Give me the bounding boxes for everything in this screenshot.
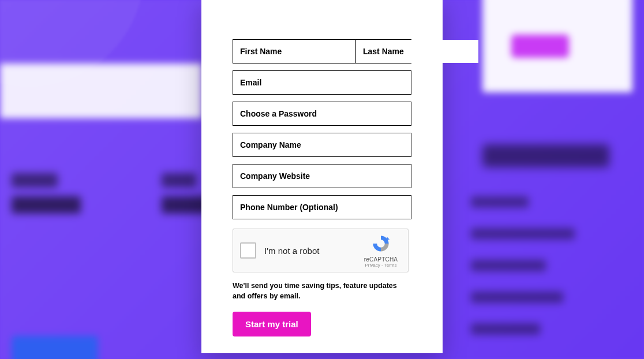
email-input[interactable]: [233, 70, 411, 95]
recaptcha-branding: reCAPTCHA Privacy - Terms: [361, 234, 401, 268]
password-input[interactable]: [233, 102, 411, 126]
start-trial-button[interactable]: Start my trial: [233, 312, 311, 336]
recaptcha-links[interactable]: Privacy - Terms: [361, 263, 401, 268]
recaptcha-icon: [371, 234, 391, 253]
name-row: [233, 39, 411, 63]
recaptcha-checkbox[interactable]: [240, 242, 256, 259]
svg-marker-0: [387, 237, 390, 240]
recaptcha-brand-text: reCAPTCHA: [361, 256, 401, 263]
last-name-input[interactable]: [356, 40, 478, 63]
recaptcha-widget: I'm not a robot reCAPTCHA Privacy - Term…: [233, 229, 409, 272]
company-name-input[interactable]: [233, 133, 411, 157]
email-disclosure-text: We'll send you time saving tips, feature…: [233, 281, 411, 301]
recaptcha-label: I'm not a robot: [264, 246, 361, 256]
first-name-input[interactable]: [233, 40, 356, 63]
phone-input[interactable]: [233, 195, 411, 219]
company-website-input[interactable]: [233, 164, 411, 188]
signup-modal: I'm not a robot reCAPTCHA Privacy - Term…: [201, 0, 443, 353]
